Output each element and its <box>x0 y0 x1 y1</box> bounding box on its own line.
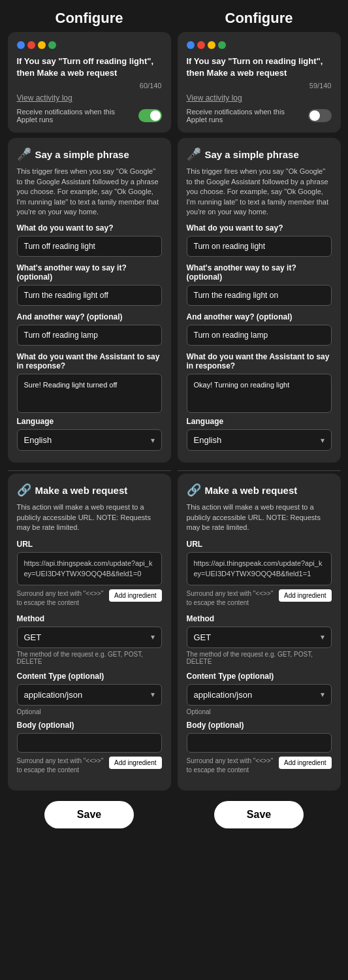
say-phrase-header: 🎤 Say a simple phrase <box>187 147 332 161</box>
url-ingredient-text: Surround any text with "<<>>" to escape … <box>17 589 104 608</box>
url-field[interactable]: https://api.thingspeak.com/update?api_ke… <box>17 552 162 585</box>
content-type-label: Content Type (optional) <box>17 672 162 681</box>
url-ingredient-row: Surround any text with "<<>>" to escape … <box>187 589 332 608</box>
body-field[interactable] <box>17 733 162 753</box>
page-title: Configure <box>225 10 293 27</box>
url-ingredient-text: Surround any text with "<<>>" to escape … <box>187 589 274 608</box>
url-add-ingredient-button[interactable]: Add ingredient <box>109 589 162 602</box>
content-type-value: application/json <box>194 690 253 700</box>
google-dot-blue <box>17 41 25 49</box>
language-select[interactable]: English ▾ <box>187 429 332 451</box>
optional-text: Optional <box>187 708 332 715</box>
configure-panel-left: Configure If You say "Turn off reading l… <box>8 10 171 835</box>
method-desc: The method of the request e.g. GET, POST… <box>17 651 162 665</box>
notification-toggle[interactable] <box>138 109 162 122</box>
web-request-header: 🔗 Make a web request <box>187 483 332 497</box>
web-request-card: 🔗 Make a web request This action will ma… <box>8 474 171 790</box>
what-say-field[interactable]: Turn off reading light <box>17 236 162 257</box>
applet-description: If You say "Turn off reading light", the… <box>17 56 162 79</box>
web-request-header: 🔗 Make a web request <box>17 483 162 497</box>
chevron-down-icon: ▾ <box>151 632 155 642</box>
method-select[interactable]: GET ▾ <box>17 627 162 648</box>
url-label: URL <box>17 540 162 549</box>
content-type-label: Content Type (optional) <box>187 672 332 681</box>
notification-row: Receive notifications when this Applet r… <box>187 108 332 123</box>
method-value: GET <box>194 632 212 642</box>
say-phrase-desc: This trigger fires when you say "Ok Goog… <box>17 167 162 217</box>
say-phrase-header: 🎤 Say a simple phrase <box>17 147 162 161</box>
chevron-down-icon: ▾ <box>321 436 324 445</box>
another-way2-field[interactable]: Turn off reading lamp <box>17 325 162 346</box>
view-activity-log-link[interactable]: View activity log <box>17 93 162 103</box>
language-value: English <box>24 435 52 445</box>
language-label: Language <box>187 417 332 426</box>
chevron-down-icon: ▾ <box>151 690 155 699</box>
another-way2-field[interactable]: Turn on reading lamp <box>187 325 332 346</box>
microphone-icon: 🎤 <box>17 147 31 161</box>
optional-text: Optional <box>17 708 162 715</box>
body-ingredient-text: Surround any text with "<<>>" to escape … <box>17 757 104 775</box>
assistant-response-field[interactable]: Okay! Turning on reading light <box>187 374 332 413</box>
what-say-label: What do you want to say? <box>187 223 332 233</box>
method-desc: The method of the request e.g. GET, POST… <box>187 651 332 665</box>
body-ingredient-row: Surround any text with "<<>>" to escape … <box>187 757 332 775</box>
google-dot-blue <box>187 41 195 49</box>
web-request-title: Make a web request <box>205 485 298 496</box>
method-value: GET <box>24 632 42 642</box>
body-add-ingredient-button[interactable]: Add ingredient <box>279 757 332 769</box>
web-request-desc: This action will make a web request to a… <box>187 502 332 532</box>
chevron-down-icon: ▾ <box>151 436 155 445</box>
url-ingredient-row: Surround any text with "<<>>" to escape … <box>17 589 162 608</box>
what-say-field[interactable]: Turn on reading light <box>187 236 332 257</box>
page-title: Configure <box>55 10 123 27</box>
url-add-ingredient-button[interactable]: Add ingredient <box>279 589 332 602</box>
applet-card: If You say "Turn on reading light", then… <box>178 32 341 133</box>
language-value: English <box>194 435 222 445</box>
method-label: Method <box>187 614 332 623</box>
chevron-down-icon: ▾ <box>321 690 324 699</box>
language-label: Language <box>17 417 162 426</box>
google-dot-red <box>27 41 35 49</box>
chevron-down-icon: ▾ <box>321 632 324 642</box>
save-button[interactable]: Save <box>44 801 134 828</box>
what-say-label: What do you want to say? <box>17 223 162 233</box>
assistant-response-label: What do you want the Assistant to say in… <box>187 352 332 370</box>
another-way-label: What's another way to say it? (optional) <box>187 263 332 282</box>
google-dot-yellow <box>38 41 46 49</box>
applet-card: If You say "Turn off reading light", the… <box>8 32 171 133</box>
body-field[interactable] <box>187 733 332 753</box>
notification-label: Receive notifications when this Applet r… <box>187 108 303 123</box>
save-button[interactable]: Save <box>214 801 304 828</box>
another-way2-label: And another way? (optional) <box>187 312 332 321</box>
google-dot-red <box>197 41 205 49</box>
language-select[interactable]: English ▾ <box>17 429 162 451</box>
view-activity-log-link[interactable]: View activity log <box>187 93 332 103</box>
google-logo <box>17 41 162 49</box>
web-icon: 🔗 <box>17 483 31 497</box>
body-add-ingredient-button[interactable]: Add ingredient <box>109 757 162 769</box>
content-type-value: application/json <box>24 690 83 700</box>
url-label: URL <box>187 540 332 549</box>
google-dot-yellow <box>208 41 215 49</box>
applet-description: If You say "Turn on reading light", then… <box>187 56 332 79</box>
say-phrase-title: Say a simple phrase <box>35 149 129 160</box>
notification-toggle[interactable] <box>308 109 332 122</box>
method-select[interactable]: GET ▾ <box>187 627 332 648</box>
microphone-icon: 🎤 <box>187 147 201 161</box>
content-type-select[interactable]: application/json ▾ <box>187 684 332 706</box>
another-way-field[interactable]: Turn the reading light on <box>187 285 332 306</box>
assistant-response-field[interactable]: Sure! Reading light turned off <box>17 374 162 413</box>
google-logo <box>187 41 332 49</box>
notification-row: Receive notifications when this Applet r… <box>17 108 162 123</box>
configure-panel-right: Configure If You say "Turn on reading li… <box>178 10 341 835</box>
another-way-field[interactable]: Turn the reading light off <box>17 285 162 306</box>
say-phrase-card: 🎤 Say a simple phrase This trigger fires… <box>8 138 171 463</box>
another-way-label: What's another way to say it? (optional) <box>17 263 162 282</box>
notification-label: Receive notifications when this Applet r… <box>17 108 133 123</box>
content-type-select[interactable]: application/json ▾ <box>17 684 162 706</box>
web-icon: 🔗 <box>187 483 201 497</box>
char-count: 59/140 <box>187 82 332 90</box>
url-field[interactable]: https://api.thingspeak.com/update?api_ke… <box>187 552 332 585</box>
body-ingredient-row: Surround any text with "<<>>" to escape … <box>17 757 162 775</box>
web-request-desc: This action will make a web request to a… <box>17 502 162 532</box>
